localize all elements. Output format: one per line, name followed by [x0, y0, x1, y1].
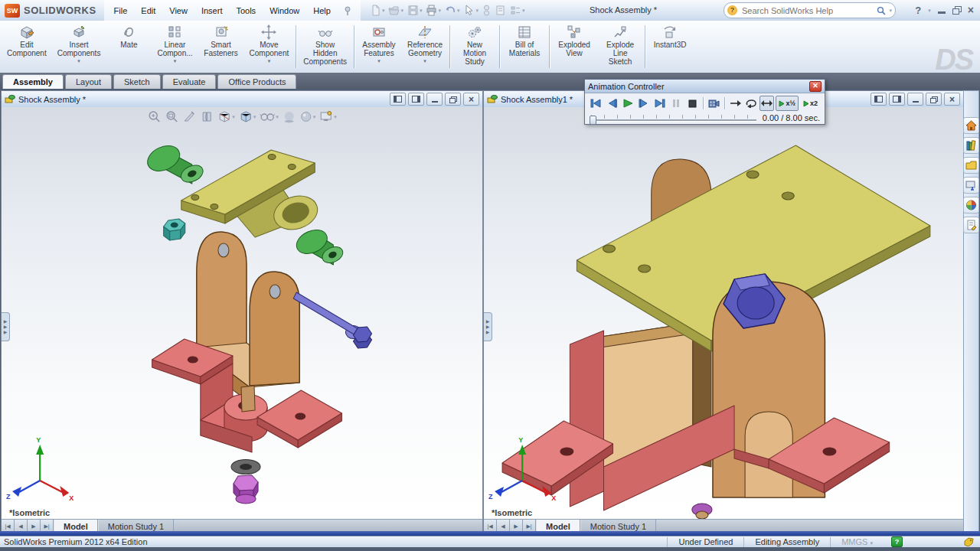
restore-button[interactable]: [952, 6, 961, 14]
right-viewport[interactable]: ▶▶▶: [484, 107, 963, 520]
exploded-assembly-model[interactable]: Y X Z: [2, 107, 482, 520]
pin-menubar-icon[interactable]: [342, 5, 353, 16]
left-pane-toggle-button[interactable]: [390, 93, 406, 106]
half-speed-button[interactable]: x½: [776, 96, 799, 111]
quick-tips-tag-icon[interactable]: [964, 537, 974, 546]
left-window-minimize-button[interactable]: [426, 93, 443, 106]
tab-assembly[interactable]: Assembly: [2, 74, 64, 89]
display-style-dropdown[interactable]: ▾: [253, 114, 256, 119]
tab-office-products[interactable]: Office Products: [217, 74, 296, 89]
section-view-button[interactable]: ▾: [217, 110, 235, 123]
stop-button[interactable]: [685, 96, 700, 111]
new-document-dropdown[interactable]: ▾: [382, 8, 385, 13]
menu-insert[interactable]: Insert: [194, 1, 230, 21]
menu-tools[interactable]: Tools: [229, 1, 263, 21]
units-dropdown[interactable]: ▾: [870, 540, 873, 546]
options-dropdown[interactable]: ▾: [522, 8, 525, 13]
search-input[interactable]: [740, 5, 874, 16]
design-library-button[interactable]: [963, 137, 979, 154]
menu-view[interactable]: View: [162, 1, 194, 21]
menu-window[interactable]: Window: [263, 1, 306, 21]
explode-line-sketch-button[interactable]: Explode Line Sketch: [597, 21, 643, 73]
close-button[interactable]: ×: [968, 5, 974, 15]
search-icon[interactable]: [877, 6, 886, 15]
menu-help[interactable]: Help: [306, 1, 338, 21]
insert-components-button[interactable]: Insert Components ▾: [52, 21, 106, 73]
zoom-area-button[interactable]: [165, 110, 178, 123]
edit-component-button[interactable]: Edit Component: [2, 21, 52, 73]
animation-controller[interactable]: Animation Controller ✕ x½ x2: [584, 79, 825, 125]
assembled-model[interactable]: Y X Z: [484, 107, 963, 520]
step-forward-button[interactable]: [637, 96, 652, 111]
menu-file[interactable]: File: [107, 1, 135, 21]
loop-playback-button[interactable]: [744, 96, 759, 111]
help-dropdown[interactable]: ▾: [928, 8, 931, 13]
animation-controller-titlebar[interactable]: Animation Controller ✕: [585, 80, 825, 93]
reference-geometry-dropdown[interactable]: ▾: [423, 58, 426, 64]
linear-pattern-dropdown[interactable]: ▾: [174, 58, 177, 64]
options-button[interactable]: ▾: [508, 4, 527, 17]
reference-geometry-button[interactable]: Reference Geometry ▾: [402, 21, 448, 73]
section-view-dropdown[interactable]: ▾: [232, 114, 235, 119]
view-palette-button[interactable]: [963, 177, 979, 194]
animation-controller-close-button[interactable]: ✕: [809, 81, 822, 92]
left-viewport[interactable]: ▾ ▾ ▾ ▾ ▾ ▶▶▶: [2, 107, 482, 520]
right-window-close-button[interactable]: ×: [944, 93, 960, 106]
print-button[interactable]: ▾: [424, 4, 443, 17]
search-scope-dropdown[interactable]: ▾: [889, 8, 892, 13]
move-component-button[interactable]: Move Component ▾: [244, 21, 295, 73]
display-style-button[interactable]: ▾: [239, 110, 256, 123]
appearances-dropdown[interactable]: ▾: [313, 114, 316, 119]
pause-button[interactable]: [669, 96, 684, 111]
scene-settings-dropdown[interactable]: ▾: [334, 114, 337, 119]
minimize-button[interactable]: [938, 11, 946, 14]
left-pane-toggle-button[interactable]: [871, 93, 887, 106]
save-animation-button[interactable]: [707, 96, 721, 111]
step-back-button[interactable]: [605, 96, 619, 111]
assembly-features-button[interactable]: Assembly Features ▾: [356, 21, 402, 73]
go-to-start-button[interactable]: [589, 96, 603, 111]
left-window-close-button[interactable]: ×: [463, 93, 479, 106]
rebuild-button[interactable]: [481, 4, 492, 17]
show-hidden-components-button[interactable]: Show Hidden Components: [298, 21, 352, 73]
exploded-view-button[interactable]: Exploded View: [551, 21, 597, 73]
tab-layout[interactable]: Layout: [65, 74, 112, 89]
hide-show-items-dropdown[interactable]: ▾: [276, 114, 279, 119]
timeline-slider[interactable]: [590, 113, 756, 122]
file-properties-button[interactable]: [493, 4, 508, 17]
tab-sketch[interactable]: Sketch: [113, 74, 161, 89]
double-speed-button[interactable]: x2: [800, 96, 821, 111]
menu-edit[interactable]: Edit: [134, 1, 162, 21]
solidworks-resources-button[interactable]: [963, 117, 979, 134]
right-window-restore-button[interactable]: [926, 93, 942, 106]
left-window-restore-button[interactable]: [445, 93, 461, 106]
select-dropdown[interactable]: ▾: [475, 8, 479, 13]
scene-settings-button[interactable]: ▾: [319, 110, 337, 123]
move-component-dropdown[interactable]: ▾: [268, 58, 271, 64]
smart-fasteners-button[interactable]: Smart Fasteners: [198, 21, 244, 73]
file-explorer-button[interactable]: [963, 157, 979, 174]
select-button[interactable]: ▾: [462, 4, 480, 17]
print-dropdown[interactable]: ▾: [438, 8, 441, 13]
appearances-scenes-button[interactable]: [963, 197, 979, 214]
undo-dropdown[interactable]: ▾: [457, 8, 460, 13]
tab-evaluate[interactable]: Evaluate: [162, 74, 217, 89]
instant3d-button[interactable]: Instant3D: [647, 21, 693, 73]
go-to-end-button[interactable]: [653, 96, 668, 111]
zoom-fit-button[interactable]: [147, 110, 161, 123]
rotate-view-button[interactable]: [182, 110, 196, 123]
mate-button[interactable]: Mate: [106, 21, 152, 73]
hide-show-items-button[interactable]: ▾: [260, 110, 279, 123]
previous-view-button[interactable]: [200, 110, 214, 123]
open-button[interactable]: ▾: [387, 4, 405, 17]
assembly-features-dropdown[interactable]: ▾: [377, 58, 381, 64]
linear-component-pattern-button[interactable]: Linear Compon... ▾: [152, 21, 198, 73]
right-window-minimize-button[interactable]: [907, 93, 923, 106]
custom-properties-button[interactable]: [963, 217, 979, 233]
play-button[interactable]: [621, 96, 635, 111]
shadow-toggle-button[interactable]: [283, 110, 296, 123]
left-window-titlebar[interactable]: Shock Assembly * ×: [2, 91, 482, 108]
save-dropdown[interactable]: ▾: [420, 8, 423, 13]
new-motion-study-button[interactable]: New Motion Study: [452, 21, 498, 73]
timeline-track[interactable]: [590, 119, 756, 121]
